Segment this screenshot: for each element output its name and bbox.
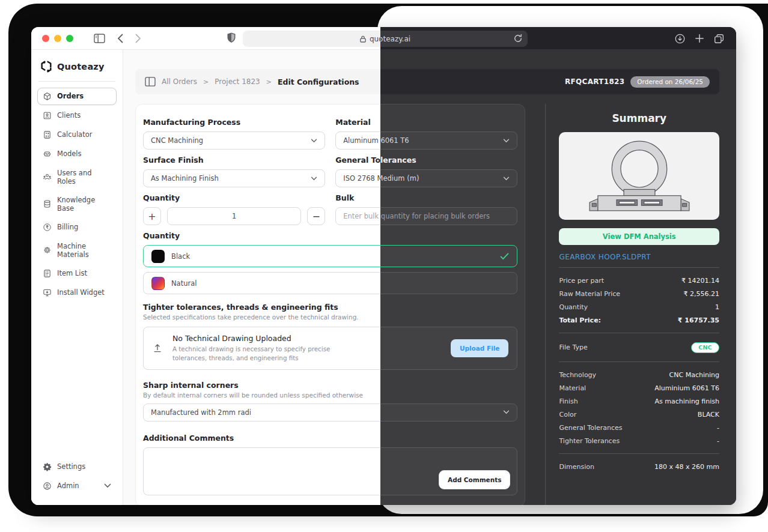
sidebar-item-item-list[interactable]: Item List [37,265,117,282]
field-label: Quantity [143,193,325,202]
summary-row-raw-material-price: Raw Material Price ₹ 2,556.21 [559,287,719,300]
ordered-date-badge: Ordered on 26/06/25 [630,76,710,88]
users-icon [43,172,52,181]
summary-row-price-per-part: Price per part ₹ 14201.14 [559,274,719,287]
row-label: Total Price: [559,316,601,324]
row-label: Color [559,411,576,419]
sidebar-divider [38,81,115,82]
summary-row-tighter-tolerances: Tighter Tolerances - [559,434,719,447]
new-tab-icon[interactable] [695,34,704,43]
field-label: Surface Finish [143,156,325,165]
sidebar-item-label: Users and Roles [57,169,111,186]
row-value: - [717,437,719,445]
black-swatch [151,250,165,263]
file-type-badge: CNC [691,342,719,353]
monitor-download-icon [43,288,52,297]
select-value: Manufactured with 2mm radi [151,408,251,417]
sidebar-item-label: Item List [57,269,87,277]
upload-title: No Technical Drawing Uploaded [172,334,341,343]
calculator-icon [43,130,52,139]
id-card-icon [43,111,52,120]
upload-description: A technical drawing is necessary to spec… [172,345,341,363]
row-label: Dimension [559,463,594,471]
sidebar-item-users-and-roles[interactable]: Users and Roles [37,165,117,190]
breadcrumb-separator: > [203,78,209,86]
row-value: ₹ 16757.35 [678,316,719,324]
quantity-increment-button[interactable]: + [143,207,161,225]
summary-row-technology: Technology CNC Machining [559,368,719,381]
breadcrumb-project[interactable]: Project 1823 [215,77,260,86]
row-value: ₹ 14201.14 [681,277,719,285]
summary-row-material: Material Aluminium 6061 T6 [559,381,719,394]
quoteazy-logo-icon [40,60,53,73]
privacy-shield-icon[interactable] [227,32,236,43]
sidebar-item-label: Billing [57,223,78,231]
upload-file-button[interactable]: Upload File [451,339,509,357]
sidebar-item-models[interactable]: Models [37,145,117,163]
summary-panel: Summary [545,104,719,505]
part-file-link[interactable]: GEARBOX HOOP.SLDPRT [559,253,719,261]
surface-finish-select[interactable]: As Machining Finish [143,169,325,187]
zoom-window-button[interactable] [66,35,73,42]
quantity-input[interactable] [175,212,293,220]
database-icon [43,199,52,208]
reload-icon[interactable] [514,34,522,43]
forward-icon[interactable] [135,34,141,43]
chevron-down-icon [311,177,317,181]
sidebar-item-label: Settings [57,462,85,471]
summary-row-color: Color BLACK [559,408,719,421]
color-option-label: Natural [171,279,197,288]
row-label: Tighter Tolerances [559,437,620,445]
quantity-decrement-button[interactable]: − [307,207,325,225]
natural-swatch [151,277,165,290]
select-value: As Machining Finish [151,174,219,183]
back-icon[interactable] [117,34,123,43]
lock-icon [360,35,366,43]
upload-icon [152,343,163,354]
sidebar-item-label: Clients [57,111,81,119]
sidebar-item-calculator[interactable]: Calculator [37,126,117,144]
sidebar-item-clients[interactable]: Clients [37,107,117,124]
sidebar-item-settings[interactable]: Settings [37,458,117,476]
row-value: CNC Machining [669,371,719,379]
view-dfm-analysis-button[interactable]: View DFM Analysis [559,228,719,245]
traffic-lights [42,35,73,42]
divider [559,361,719,362]
part-preview [559,132,719,220]
chevron-down-icon [503,177,510,181]
close-window-button[interactable] [42,35,49,42]
sidebar-item-admin[interactable]: Admin [37,477,117,495]
sidebar-item-label: Orders [57,92,84,100]
summary-row-file-type: File Type CNC [559,339,719,355]
row-label: Price per part [559,277,604,285]
minimize-window-button[interactable] [54,35,61,42]
sidebar-toggle-icon[interactable] [94,34,105,43]
divider [559,453,719,454]
box-icon [43,92,52,101]
color-option-label: Black [171,252,190,261]
brand: Quoteazy [37,59,117,73]
sidebar-item-label: Install Widget [57,288,105,297]
sidebar-item-label: Admin [57,482,79,490]
manufacturing-process-select[interactable]: CNC Machining [143,131,325,150]
chevron-down-icon [104,483,111,488]
row-label: Technology [559,371,596,379]
summary-row-dimension: Dimension 180 x 48 x 260 mm [559,460,719,473]
downloads-icon[interactable] [675,34,685,44]
breadcrumb-all-orders[interactable]: All Orders [162,77,197,86]
sidebar-item-machine-materials[interactable]: Machine Materials [37,238,117,263]
sidebar-item-install-widget[interactable]: Install Widget [37,284,117,301]
row-label: Quantity [559,303,588,311]
add-comments-button[interactable]: Add Comments [439,470,510,489]
tab-overview-icon[interactable] [714,34,724,44]
row-value: 1 [715,303,719,311]
summary-title: Summary [559,112,719,124]
sidebar-item-orders[interactable]: Orders [37,88,117,105]
sidebar-item-label: Knowledge Base [57,196,111,213]
row-label: Finish [559,397,578,405]
sidebar-item-billing[interactable]: Billing [37,219,117,236]
row-label: Material [559,384,586,392]
divider [559,267,719,268]
sidebar-item-knowledge-base[interactable]: Knowledge Base [37,192,117,217]
order-id: RFQCART1823 [565,77,624,86]
